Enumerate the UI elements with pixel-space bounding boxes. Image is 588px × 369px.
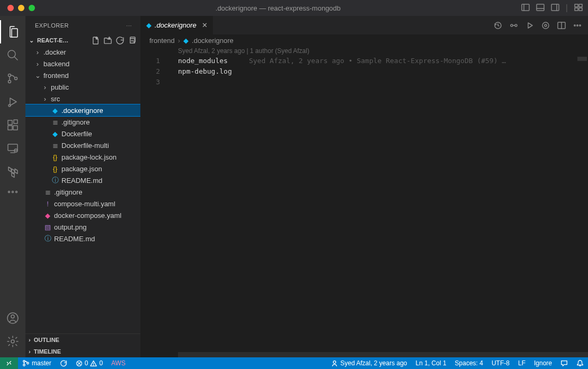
gitignore-icon: ≣ <box>43 188 52 196</box>
sidebar-header: EXPLORER ··· <box>25 16 140 34</box>
split-editor-icon[interactable] <box>557 21 566 30</box>
docker-icon: ◆ <box>51 129 59 138</box>
svg-point-39 <box>542 22 549 29</box>
sync-status[interactable] <box>56 357 72 369</box>
close-window-icon[interactable] <box>7 5 14 11</box>
tab-label: .dockerignore <box>155 21 197 29</box>
svg-rect-17 <box>8 126 12 130</box>
svg-point-25 <box>16 191 17 193</box>
cursor-position-status[interactable]: Ln 1, Col 1 <box>412 359 451 367</box>
svg-rect-7 <box>579 4 582 7</box>
svg-point-23 <box>8 191 10 193</box>
docker-icon: ◆ <box>51 106 59 115</box>
line-numbers: 1 2 3 <box>141 56 170 352</box>
info-icon: ⓘ <box>43 234 52 243</box>
encoding-status[interactable]: UTF-8 <box>487 359 514 367</box>
collapse-all-icon[interactable] <box>128 37 136 45</box>
new-folder-icon[interactable] <box>104 37 112 45</box>
file-dockerignore[interactable]: ◆.dockerignore <box>25 104 140 116</box>
file-dockerfile-multi[interactable]: ≣Dockerfile-multi <box>25 139 140 151</box>
file-dockerfile[interactable]: ◆Dockerfile <box>25 128 140 139</box>
svg-point-24 <box>12 191 14 193</box>
toggle-secondary-sidebar-icon[interactable] <box>551 3 559 12</box>
timeline-panel-header[interactable]: ›TIMELINE <box>25 346 140 357</box>
file-docker-compose[interactable]: ◆docker-compose.yaml <box>25 209 140 221</box>
activity-bar <box>0 16 25 357</box>
file-gitignore-root[interactable]: ≣.gitignore <box>25 186 140 198</box>
customize-layout-icon[interactable] <box>574 3 583 12</box>
notifications-icon[interactable] <box>572 359 588 367</box>
run-icon[interactable] <box>525 21 534 30</box>
target-icon[interactable] <box>541 21 550 30</box>
remote-indicator[interactable] <box>0 357 18 369</box>
codelens-author[interactable]: Syed Afzal, 2 years ago | 1 author (Syed… <box>141 46 588 56</box>
run-debug-activity-icon[interactable] <box>0 90 25 113</box>
editor-body[interactable]: 1 2 3 node_modulesSyed Afzal, 2 years ag… <box>141 56 588 352</box>
file-compose-multi[interactable]: !compose-multi.yaml <box>25 198 140 209</box>
settings-activity-icon[interactable] <box>0 330 25 353</box>
folder-docker[interactable]: ›.docker <box>25 46 140 58</box>
terraform-activity-icon[interactable] <box>0 160 25 183</box>
folder-src[interactable]: ›src <box>25 93 140 104</box>
indentation-status[interactable]: Spaces: 4 <box>451 359 487 367</box>
compare-icon[interactable] <box>510 21 518 30</box>
svg-point-45 <box>580 24 581 25</box>
svg-point-27 <box>11 315 14 318</box>
extensions-activity-icon[interactable] <box>0 113 25 137</box>
code-content[interactable]: node_modulesSyed Afzal, 2 years ago • Sa… <box>170 56 588 352</box>
problems-status[interactable]: 0 0 <box>72 357 107 369</box>
breadcrumb-segment[interactable]: frontend <box>149 37 175 45</box>
image-icon: ▧ <box>43 223 52 231</box>
folder-backend[interactable]: ›backend <box>25 58 140 69</box>
new-file-icon[interactable] <box>92 37 100 45</box>
feedback-icon[interactable] <box>556 359 572 367</box>
aws-status[interactable]: AWS <box>107 357 130 369</box>
history-icon[interactable] <box>494 21 502 30</box>
maximize-window-icon[interactable] <box>29 5 35 11</box>
editor-more-icon[interactable] <box>573 21 582 30</box>
file-readme-frontend[interactable]: ⓘREADME.md <box>25 174 140 186</box>
breadcrumb[interactable]: frontend › ◆ .dockerignore <box>141 34 588 46</box>
editor-actions <box>494 21 588 30</box>
git-branch-status[interactable]: master <box>18 357 56 369</box>
file-package-json[interactable]: {}package.json <box>25 163 140 174</box>
project-section-header[interactable]: ⌄ REACT-E… <box>25 34 140 46</box>
file-readme-root[interactable]: ⓘREADME.md <box>25 233 140 244</box>
svg-rect-16 <box>8 120 12 125</box>
explorer-more-icon[interactable]: ··· <box>126 22 132 29</box>
svg-rect-8 <box>575 8 578 11</box>
yaml-icon: ! <box>43 199 52 208</box>
breadcrumb-segment[interactable]: .dockerignore <box>192 37 234 45</box>
minimize-window-icon[interactable] <box>18 5 24 11</box>
tab-dockerignore[interactable]: ◆ .dockerignore ✕ <box>141 16 213 34</box>
search-activity-icon[interactable] <box>0 43 25 67</box>
toggle-panel-icon[interactable] <box>536 3 545 12</box>
file-package-lock[interactable]: {}package-lock.json <box>25 151 140 163</box>
outline-panel-header[interactable]: ›OUTLINE <box>25 334 140 346</box>
horizontal-scrollbar[interactable] <box>141 352 588 357</box>
file-gitignore-frontend[interactable]: ≣.gitignore <box>25 116 140 128</box>
source-control-activity-icon[interactable] <box>0 67 25 90</box>
folder-frontend[interactable]: ⌄frontend <box>25 69 140 81</box>
titlebar-layout-icons: | <box>521 3 583 13</box>
toggle-primary-sidebar-icon[interactable] <box>521 3 530 12</box>
folder-public[interactable]: ›public <box>25 81 140 93</box>
language-mode-status[interactable]: Ignore <box>530 359 556 367</box>
remote-explorer-activity-icon[interactable] <box>0 137 25 160</box>
blame-status[interactable]: Syed Afzal, 2 years ago <box>327 359 411 367</box>
eol-status[interactable]: LF <box>514 359 530 367</box>
svg-point-14 <box>15 77 17 80</box>
accounts-activity-icon[interactable] <box>0 306 25 330</box>
refresh-icon[interactable] <box>116 37 124 45</box>
explorer-activity-icon[interactable] <box>0 20 25 43</box>
svg-rect-4 <box>551 4 559 11</box>
svg-line-11 <box>14 57 17 60</box>
close-tab-icon[interactable]: ✕ <box>202 21 208 29</box>
more-activity-icon[interactable] <box>0 183 25 200</box>
info-icon: ⓘ <box>51 176 59 184</box>
minimap-indicator <box>577 57 587 61</box>
svg-point-54 <box>334 361 336 363</box>
file-output-png[interactable]: ▧output.png <box>25 221 140 233</box>
chevron-right-icon: › <box>29 348 31 355</box>
docker-icon: ◆ <box>146 21 152 29</box>
